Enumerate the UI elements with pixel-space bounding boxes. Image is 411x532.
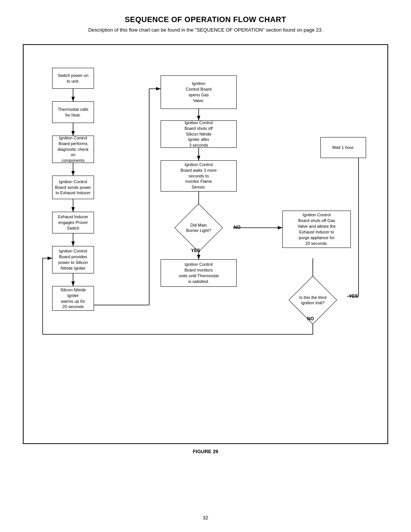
- box-silicon-igniter: Ignition ControlBoard providespower to S…: [52, 246, 94, 273]
- box-exhaust-prover: Exhaust Inducerengages ProverSwitch: [52, 212, 94, 233]
- box-silicon-warmup: Silicon NitrideIgniterwarms up for20 sec…: [52, 286, 94, 311]
- box-thermostat: Thermostat callsfor heat.: [52, 101, 94, 123]
- box-sends-power: Ignition ControlBoard sends powerto Exha…: [52, 176, 94, 199]
- box-opens-gas: IgnitionControl Boardopens GasValve.: [161, 75, 237, 109]
- yes-third-label: YES: [349, 294, 358, 299]
- diamond-main-burner: Did MainBurner Light?: [168, 209, 229, 247]
- no-main-label: NO: [234, 225, 241, 230]
- box-waits-3: Ignition ControlBoard waits 3 moresecond…: [161, 160, 237, 192]
- diamond-third-trial: Is this the thirdignition trial?: [282, 281, 343, 319]
- yes-main-label: YES: [191, 248, 200, 253]
- page-title: SEQUENCE OF OPERATION FLOW CHART: [125, 15, 287, 24]
- box-diagnostic: Ignition ControlBoard performsdiagnostic…: [52, 136, 94, 163]
- box-switch-power: Switch power onto unit.: [52, 68, 94, 89]
- figure-label: FIGURE 29: [193, 449, 218, 454]
- box-shuts-gas: Ignition ControlBoard shuts off GasValve…: [282, 211, 351, 248]
- subtitle: Description of this flow chart can be fo…: [88, 27, 323, 33]
- page-number: 32: [203, 515, 208, 521]
- no-third-label: NO: [307, 316, 314, 321]
- flowchart: Switch power onto unit. Thermostat calls…: [23, 44, 388, 444]
- box-wait-hour: Wait 1 hour.: [320, 137, 366, 158]
- box-shuts-silicon: Ignition ControlBoard shuts offSilicon N…: [161, 120, 237, 148]
- box-monitors: Ignition ControlBoard monitorsunits unti…: [161, 259, 237, 287]
